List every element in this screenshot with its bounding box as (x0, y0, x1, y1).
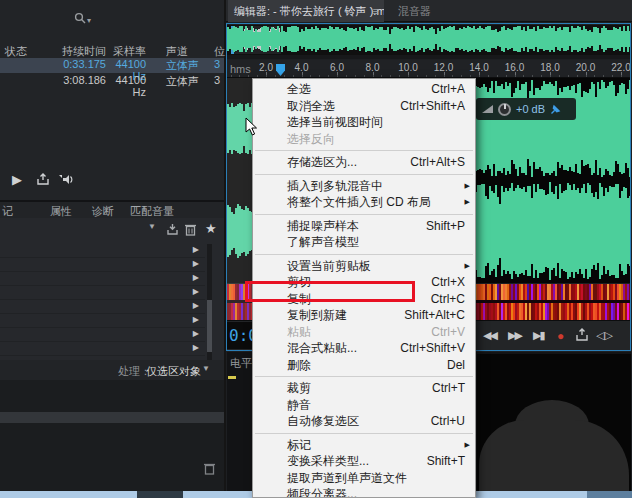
menu-item[interactable]: 变换采样类型...Shift+T (253, 453, 475, 470)
slot-arrow-icon: ▶ (193, 301, 199, 310)
volume-ramp-icon (482, 105, 493, 113)
app-window: ▾ 状态 持续时间 采样率 声道 位 0:33.17544100 Hz立体声33… (0, 0, 632, 498)
frequency-curve (479, 420, 629, 491)
col-duration: 持续时间 (38, 44, 106, 59)
menu-item[interactable]: 裁剪Ctrl+T (253, 380, 475, 397)
file-cell: 立体声 (166, 74, 199, 89)
menu-item[interactable]: 提取声道到单声道文件 (253, 470, 475, 487)
rack-slot[interactable]: ▶ (0, 300, 205, 314)
tab-editor[interactable]: 编辑器: - 带你去旅行 ( 铃声 ).mp3 ≡ (228, 0, 384, 22)
pin-icon[interactable] (550, 104, 561, 115)
rack-slot[interactable]: ▶ (0, 272, 205, 286)
rack-slot[interactable]: ▶ (0, 314, 205, 328)
process-value-dropdown[interactable]: 仅选区对象 (146, 364, 201, 379)
menu-item[interactable]: 捕捉噪声样本Shift+P (253, 218, 475, 235)
file-cell: 3 (214, 74, 220, 86)
panel-tab-row: 记属性诊断匹配音量 (0, 200, 224, 215)
panel-tab[interactable]: 匹配音量 (130, 204, 174, 219)
menu-item[interactable]: 混合式粘贴...Ctrl+Shift+V (253, 340, 475, 357)
rack-slot[interactable]: ▶ (0, 286, 205, 300)
tab-editor-label: 编辑器: - 带你去旅行 ( 铃声 ).mp3 (234, 5, 384, 17)
history-row[interactable] (0, 412, 224, 423)
slot-arrow-icon: ▶ (193, 329, 199, 338)
menu-item[interactable]: 了解声音模型 (253, 234, 475, 251)
file-cell: 0:33.175 (38, 58, 106, 70)
menu-item[interactable]: 自动修复选区Ctrl+U (253, 413, 475, 430)
menu-separator (255, 150, 473, 151)
slot-arrow-icon: ▶ (193, 273, 199, 282)
rack-slot[interactable]: ▶ (0, 328, 205, 342)
favorite-star-icon[interactable]: ★ (205, 221, 217, 236)
rewind-button[interactable]: ◀◀ (483, 329, 496, 342)
export-icon[interactable] (575, 328, 589, 342)
file-cell: 44100 Hz (106, 74, 146, 98)
menu-item[interactable]: 将整个文件插入到 CD 布局▶ (253, 194, 475, 211)
gain-value[interactable]: +0 dB (516, 103, 545, 115)
menu-separator (255, 433, 473, 434)
search-icon (74, 12, 87, 25)
file-row[interactable]: 0:33.17544100 Hz立体声3 (0, 58, 224, 73)
menu-item[interactable]: 取消全选Ctrl+Shift+A (253, 98, 475, 115)
taskbar-item[interactable] (587, 491, 632, 498)
slot-arrow-icon: ▶ (193, 287, 199, 296)
file-row[interactable]: 3:08.18644100 Hz立体声3 (0, 74, 224, 89)
import-icon[interactable] (166, 223, 179, 236)
trash-icon[interactable] (185, 223, 196, 236)
menu-item[interactable]: 删除Del (253, 357, 475, 374)
rack-slot[interactable]: ▶ (0, 244, 205, 258)
rack-scrollbar[interactable] (207, 244, 212, 360)
time-ruler[interactable]: hms 2.04.06.08.010.012.014.016.018.020.0… (227, 60, 631, 78)
menu-item[interactable]: 全选Ctrl+A (253, 81, 475, 98)
menu-item[interactable]: 静音 (253, 397, 475, 414)
file-list-header[interactable]: 状态 持续时间 采样率 声道 位 (0, 44, 224, 57)
col-sample-rate: 采样率 (106, 44, 146, 59)
file-cell: 3 (214, 58, 220, 70)
panel-tab[interactable]: 属性 (50, 204, 72, 219)
files-transport: ▶ (0, 170, 224, 192)
menu-item[interactable]: 粘贴Ctrl+V (253, 324, 475, 341)
process-row: 处理： 仅选区对象 ▼ (0, 364, 224, 378)
ruler-unit-label[interactable]: hms (230, 63, 251, 75)
menu-item[interactable]: 复制到新建Shift+Alt+C (253, 307, 475, 324)
panel-tab[interactable]: 诊断 (92, 204, 114, 219)
menu-item[interactable]: 选择反向 (253, 131, 475, 148)
play-icon[interactable]: ▶ (12, 172, 22, 187)
editor-tabbar: 编辑器: - 带你去旅行 ( 铃声 ).mp3 ≡ 混音器 (226, 0, 632, 22)
export-icon[interactable] (36, 173, 50, 186)
menu-separator (255, 376, 473, 377)
file-cell: 3:08.186 (38, 74, 106, 86)
search-caret-icon: ▾ (87, 16, 91, 25)
tab-panel-menu-icon[interactable]: ≡ (373, 0, 379, 22)
slot-arrow-icon: ▶ (193, 315, 199, 324)
tab-mixer[interactable]: 混音器 (390, 0, 439, 22)
skip-selection-button[interactable]: ◁▷ (596, 329, 613, 342)
process-dropdown-icon[interactable]: ▼ (202, 364, 210, 373)
rack-slot[interactable]: ▶ (0, 258, 205, 272)
record-button[interactable]: ● (557, 329, 564, 343)
file-cell: 立体声 (166, 58, 199, 73)
overview-strip[interactable] (227, 25, 631, 55)
taskbar-item[interactable] (137, 491, 183, 498)
gain-knob[interactable] (498, 103, 511, 116)
panel-tab[interactable]: 记 (2, 204, 13, 219)
menu-item[interactable]: 选择当前视图时间 (253, 114, 475, 131)
loudness-icon[interactable] (58, 173, 74, 186)
fast-forward-button[interactable]: ▶▶ (508, 329, 521, 342)
trash-icon[interactable] (204, 462, 215, 475)
overview-subrail (227, 55, 631, 59)
menu-item[interactable]: 标记▶ (253, 437, 475, 454)
menu-item[interactable]: 存储选区为...Ctrl+Alt+S (253, 154, 475, 171)
search-input[interactable]: ▾ (74, 12, 91, 25)
rack-dropdown-icon[interactable]: ▼ (148, 222, 156, 231)
menu-separator (255, 214, 473, 215)
play-to-next-button[interactable]: ▶▮ (533, 329, 544, 342)
menu-item[interactable]: 设置当前剪贴板▶ (253, 258, 475, 275)
menu-item[interactable]: 插入到多轨混音中▶ (253, 178, 475, 195)
time-display[interactable]: 0:0 (227, 322, 252, 349)
menu-item[interactable]: 频段分离器... (253, 486, 475, 498)
rack-slot[interactable]: ▶ (0, 342, 205, 356)
col-status: 状态 (5, 44, 27, 59)
gain-hud[interactable]: +0 dB (476, 98, 576, 120)
frequency-panel (477, 354, 631, 491)
col-bits: 位 (214, 44, 225, 59)
